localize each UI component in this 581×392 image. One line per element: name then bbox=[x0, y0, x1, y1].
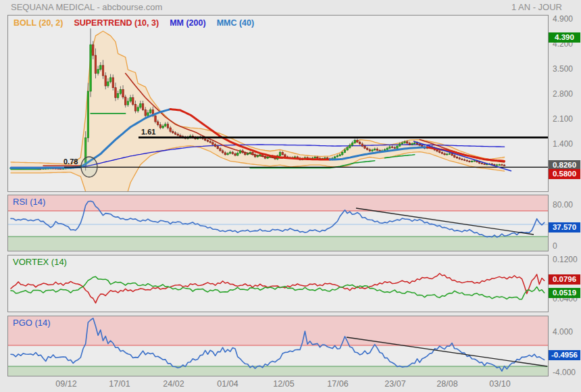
instrument-title: SEQUANA MEDICAL - abcbourse.com bbox=[11, 2, 162, 12]
legend-item[interactable]: MM (200) bbox=[170, 18, 205, 28]
vortex-axis-tick-label: 0.1200 bbox=[553, 255, 578, 264]
rsi-chart-canvas[interactable] bbox=[8, 195, 548, 251]
indicator-legend: BOLL (20, 2)SUPERTREND (10, 3)MM (200)MM… bbox=[14, 18, 254, 28]
rsi-axis-value-badge: 37.570 bbox=[549, 222, 580, 232]
x-axis-date-label: 09/12 bbox=[46, 379, 86, 389]
x-axis-date-label: 24/02 bbox=[153, 379, 194, 389]
x-axis-date-label: 28/08 bbox=[427, 379, 468, 389]
pgo-axis-tick-label: -4.000 bbox=[553, 368, 576, 377]
vortex-panel[interactable] bbox=[7, 255, 549, 312]
legend-item[interactable]: SUPERTREND (10, 3) bbox=[74, 18, 159, 28]
price-chart-panel[interactable]: 1.610.78 bbox=[7, 15, 549, 192]
x-axis-date-label: 01/04 bbox=[207, 379, 248, 389]
price-axis-tick-label: 1.400 bbox=[553, 139, 573, 149]
x-axis-date-label: 12/05 bbox=[263, 379, 304, 389]
vortex-axis-value-badge: 0.0519 bbox=[549, 288, 580, 298]
rsi-panel[interactable] bbox=[7, 195, 549, 251]
pgo-axis-tick-label: 4.000 bbox=[553, 327, 573, 337]
price-axis-tick-label: 3.500 bbox=[553, 64, 573, 74]
price-axis-tick-label: 2.100 bbox=[553, 114, 573, 124]
period-selector: 1 AN - JOUR bbox=[511, 2, 562, 12]
legend-item[interactable]: MMC (40) bbox=[217, 18, 255, 28]
rsi-axis-tick-label: 80.00 bbox=[553, 200, 573, 210]
price-axis-value-badge: 4.390 bbox=[549, 32, 580, 43]
pgo-axis-value-badge: -0.4956 bbox=[549, 350, 580, 360]
price-axis-tick-label: 4.900 bbox=[553, 14, 573, 24]
price-chart-canvas[interactable]: 1.610.78 bbox=[8, 16, 548, 191]
vortex-indicator-label[interactable]: VORTEX (14) bbox=[13, 257, 67, 267]
pgo-indicator-label[interactable]: PGO (14) bbox=[13, 318, 51, 328]
pgo-panel[interactable] bbox=[7, 316, 549, 376]
x-axis-date-label: 17/01 bbox=[99, 379, 140, 389]
legend-item[interactable]: BOLL (20, 2) bbox=[14, 18, 63, 28]
x-axis-date-label: 03/10 bbox=[480, 379, 520, 389]
rsi-indicator-label[interactable]: RSI (14) bbox=[13, 197, 45, 207]
rsi-axis-tick-label: 0 bbox=[553, 241, 557, 251]
pgo-chart-canvas[interactable] bbox=[8, 316, 548, 376]
price-axis-tick-label: 2.800 bbox=[553, 89, 573, 99]
price-axis-value-badge: 0.5800 bbox=[549, 169, 580, 179]
x-axis-date-label: 17/06 bbox=[318, 379, 358, 389]
vortex-chart-canvas[interactable] bbox=[8, 255, 548, 312]
vortex-axis-value-badge: 0.0796 bbox=[549, 274, 580, 285]
price-level-label: 0.78 bbox=[64, 157, 78, 166]
x-axis-date-label: 23/07 bbox=[375, 379, 415, 389]
price-level-label: 1.61 bbox=[141, 128, 155, 136]
